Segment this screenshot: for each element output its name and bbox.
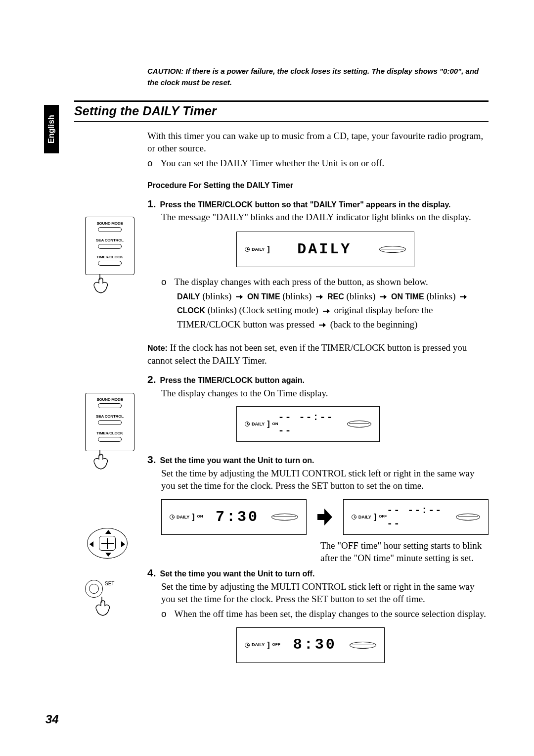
arrow-right-large-icon — [317, 509, 332, 525]
joystick-illustration — [85, 524, 134, 562]
disc-icon — [350, 642, 376, 649]
intro-bullet: You can set the DAILY Timer whether the … — [161, 157, 385, 170]
remote-illustration-2: SOUND MODE SEA CONTROL TIMER/CLOCK — [85, 393, 134, 471]
disc-icon — [347, 421, 371, 427]
clock-icon — [170, 515, 175, 520]
intro-text: With this timer you can wake up to music… — [147, 130, 489, 155]
arrow-right-icon — [380, 294, 387, 299]
arrow-right-icon — [316, 294, 323, 299]
step-1-body: The message "DAILY" blinks and the DAILY… — [161, 211, 489, 224]
arrow-right-icon — [323, 309, 330, 314]
disc-icon — [379, 246, 406, 253]
step-4-body: Set the time by adjusting the MULTI CONT… — [161, 580, 489, 606]
label-sound-mode: SOUND MODE — [96, 221, 123, 226]
step-3: 3. Set the time you want the Unit to tur… — [147, 453, 489, 564]
step-3-body: Set the time by adjusting the MULTI CONT… — [161, 467, 489, 492]
display-daily-text: DAILY — [297, 239, 352, 260]
display-offtime-830: DAILY]OFF 8:30 — [236, 627, 385, 663]
bullet-marker: o — [161, 275, 167, 289]
display-daily: DAILY] DAILY — [236, 232, 414, 267]
hand-icon — [85, 449, 134, 471]
step-4-title: Set the time you want the Unit to turn o… — [160, 568, 315, 579]
step-2-body: The display changes to the On Time displ… — [161, 387, 489, 400]
remote-illustration-1: SOUND MODE SEA CONTROL TIMER/CLOCK — [85, 217, 134, 295]
clock-icon — [245, 247, 250, 252]
note-body: If the clock has not been set, even if t… — [147, 342, 467, 366]
disc-icon — [456, 514, 480, 520]
step-3-sidetext: The "OFF time" hour setting starts to bl… — [320, 540, 489, 564]
badge-daily-text: DAILY — [252, 246, 265, 252]
procedure-heading: Procedure For Setting the DAILY Timer — [147, 180, 489, 191]
step-2: 2. Press the TIMER/CLOCK button again. T… — [147, 373, 489, 442]
display-ontime-blank-text: -- --:-- -- — [278, 411, 348, 437]
display-offtime-830-text: 8:30 — [293, 635, 337, 655]
note-label: Note: — [147, 344, 168, 352]
display-offtime-blank: DAILY]OFF -- --:-- -- — [343, 499, 489, 535]
caution-text: CAUTION: If there is a power failure, th… — [147, 65, 489, 95]
section-title: Setting the DAILY Timer — [74, 104, 489, 118]
set-button-illustration: SET — [85, 580, 134, 617]
hand-icon — [87, 596, 134, 617]
bullet-marker: o — [161, 608, 167, 620]
arrow-right-icon — [236, 294, 243, 299]
display-offtime-blank-text: -- --:-- -- — [387, 504, 456, 530]
step-3-num: 3. — [147, 453, 156, 467]
step-4-num: 4. — [147, 566, 156, 580]
step-1: 1. Press the TIMER/CLOCK button so that … — [147, 197, 489, 367]
rule-under-title — [74, 121, 489, 122]
clock-icon — [245, 422, 250, 426]
step-4: 4. Set the time you want the Unit to tur… — [147, 566, 489, 662]
arrow-right-icon — [460, 294, 467, 299]
step-2-num: 2. — [147, 373, 156, 386]
display-ontime-730-text: 7:30 — [216, 507, 259, 527]
language-tab-text: English — [47, 115, 56, 143]
page-number: 34 — [45, 712, 59, 726]
step-1-title: Press the TIMER/CLOCK button so that "DA… — [160, 199, 451, 210]
label-timer-clock: TIMER/CLOCK — [96, 255, 123, 259]
clock-icon — [352, 515, 356, 520]
set-label: SET — [105, 581, 114, 586]
clock-icon — [245, 643, 250, 648]
disc-icon — [271, 514, 298, 520]
hand-icon — [85, 273, 134, 295]
rule-top — [74, 100, 489, 102]
arrow-right-icon — [319, 323, 326, 328]
display-ontime-730: DAILY]ON 7:30 — [161, 499, 307, 535]
flow-intro: The display changes with each press of t… — [175, 275, 428, 289]
display-ontime-blank: DAILY]ON -- --:-- -- — [236, 406, 380, 442]
step-4-bullet: When the off time has been set, the disp… — [175, 608, 487, 620]
bullet-marker: o — [147, 157, 153, 170]
flow-sequence: DAILY (blinks) ON TIME (blinks) REC (bli… — [177, 289, 489, 332]
label-sea-control: SEA CONTROL — [96, 238, 124, 242]
step-3-title: Set the time you want the Unit to turn o… — [160, 455, 314, 466]
step-1-num: 1. — [147, 197, 156, 211]
step-2-title: Press the TIMER/CLOCK button again. — [160, 375, 305, 386]
language-tab: English — [44, 105, 59, 153]
